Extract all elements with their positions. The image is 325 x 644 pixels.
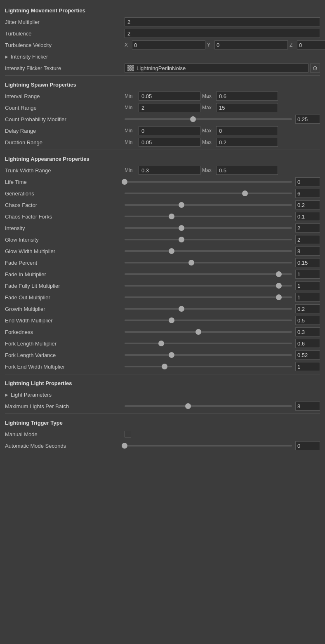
intensity-flicker-texture-row: Intensity Flicker Texture LightningPerli… [5, 62, 320, 74]
auto-mode-label: Automatic Mode Seconds [5, 443, 125, 449]
duration-max-label: Max [202, 139, 214, 145]
texture-thumbnail [127, 65, 134, 71]
fork-length-variance-row: Fork Length Variance [5, 349, 320, 361]
texture-field: LightningPerlinNoise ⊙ [125, 63, 320, 73]
jitter-multiplier-label: Jitter Multiplier [5, 19, 125, 25]
end-width-slider-row [125, 316, 320, 325]
forkedness-slider[interactable] [125, 328, 292, 336]
lifetime-value[interactable] [295, 177, 320, 186]
divider-3 [5, 374, 320, 374]
fade-fully-lit-slider[interactable] [125, 282, 292, 290]
generations-value[interactable] [295, 189, 320, 198]
intensity-slider[interactable] [125, 224, 292, 232]
interval-min-label: Min [125, 93, 137, 99]
max-lights-slider[interactable] [125, 402, 292, 410]
auto-mode-slider[interactable] [125, 442, 292, 450]
trunk-min-input[interactable] [139, 166, 200, 175]
interval-max-input[interactable] [216, 92, 278, 101]
turbulence-input[interactable] [125, 29, 320, 38]
forkedness-value[interactable] [295, 327, 320, 336]
intensity-flicker-collapsible[interactable]: ▶ Intensity Flicker [5, 51, 320, 62]
fade-percent-slider[interactable] [125, 259, 292, 267]
fade-in-value[interactable] [295, 270, 320, 279]
interval-min-input[interactable] [139, 92, 200, 101]
fork-length-thumb [158, 341, 164, 346]
duration-min-input[interactable] [139, 138, 200, 147]
chaos-factor-slider[interactable] [125, 201, 292, 209]
growth-slider[interactable] [125, 305, 292, 313]
fade-fully-lit-value[interactable] [295, 281, 320, 290]
chaos-factor-forks-value[interactable] [295, 212, 320, 221]
fork-length-variance-thumb [169, 352, 174, 358]
fade-out-value[interactable] [295, 293, 320, 302]
glow-intensity-slider[interactable] [125, 235, 292, 244]
fork-length-variance-slider[interactable] [125, 351, 292, 359]
chaos-factor-forks-slider[interactable] [125, 212, 292, 221]
count-max-input[interactable] [216, 103, 278, 112]
interval-range-row: Interval Range Min Max [5, 90, 320, 102]
turbulence-y-input[interactable] [214, 40, 288, 49]
generations-label: Generations [5, 190, 125, 197]
fork-end-width-slider-row [125, 362, 320, 371]
fork-length-slider[interactable] [125, 339, 292, 348]
forkedness-label: Forkedness [5, 329, 125, 335]
glow-width-value[interactable] [295, 247, 320, 256]
generations-slider[interactable] [125, 189, 292, 197]
light-params-collapsible[interactable]: ▶ Light Parameters [5, 389, 320, 400]
texture-value-box: LightningPerlinNoise [125, 63, 309, 73]
growth-row: Growth Multiplier [5, 303, 320, 315]
trunk-width-label: Trunk Width Range [5, 167, 125, 174]
fork-end-width-value[interactable] [295, 362, 320, 371]
glow-intensity-track [125, 239, 292, 240]
fade-in-slider[interactable] [125, 270, 292, 278]
glow-width-row: Glow Width Multiplier [5, 245, 320, 257]
lifetime-slider[interactable] [125, 178, 292, 186]
fade-out-slider[interactable] [125, 293, 292, 301]
glow-width-slider[interactable] [125, 247, 292, 255]
fade-in-track [125, 273, 292, 275]
chaos-factor-forks-thumb [169, 214, 174, 219]
max-lights-value[interactable] [295, 402, 320, 411]
growth-value[interactable] [295, 304, 320, 313]
glow-width-thumb [169, 248, 174, 254]
turbulence-x-input[interactable] [132, 40, 205, 49]
delay-range-row: Delay Range Min Max [5, 125, 320, 136]
auto-mode-value[interactable] [295, 441, 320, 450]
fade-percent-value[interactable] [295, 258, 320, 267]
fork-length-value[interactable] [295, 339, 320, 348]
fade-percent-track [125, 262, 292, 263]
chaos-factor-label: Chaos Factor [5, 202, 125, 208]
end-width-track [125, 320, 292, 321]
count-min-input[interactable] [139, 103, 200, 112]
duration-max-input[interactable] [216, 138, 278, 147]
fork-length-variance-value[interactable] [295, 350, 320, 360]
duration-range-label: Duration Range [5, 139, 125, 146]
max-lights-thumb [185, 403, 191, 409]
count-probability-value[interactable] [295, 115, 320, 124]
texture-target-button[interactable]: ⊙ [310, 63, 320, 73]
end-width-thumb [169, 317, 174, 323]
fade-out-slider-row [125, 293, 320, 302]
jitter-multiplier-input[interactable] [125, 17, 320, 26]
end-width-slider[interactable] [125, 316, 292, 324]
count-probability-slider[interactable] [125, 115, 292, 123]
end-width-value[interactable] [295, 316, 320, 325]
fade-out-label: Fade Out Multiplier [5, 294, 125, 301]
y-label: Y [207, 42, 213, 48]
manual-mode-checkbox[interactable] [125, 431, 131, 437]
intensity-value[interactable] [295, 223, 320, 233]
chaos-factor-forks-label: Chaos Factor Forks [5, 214, 125, 220]
fade-fully-lit-track [125, 285, 292, 287]
fork-length-variance-track [125, 354, 292, 356]
delay-max-input[interactable] [216, 126, 278, 135]
chaos-factor-value[interactable] [295, 200, 320, 209]
intensity-slider-row [125, 223, 320, 233]
turbulence-z-input[interactable] [297, 40, 325, 49]
delay-min-input[interactable] [139, 126, 200, 135]
glow-intensity-value[interactable] [295, 235, 320, 244]
count-probability-slider-row [125, 115, 320, 124]
forkedness-slider-row [125, 327, 320, 336]
trunk-max-input[interactable] [216, 166, 278, 175]
fork-end-width-slider[interactable] [125, 362, 292, 371]
turbulence-velocity-xyz: X Y Z [125, 40, 325, 49]
